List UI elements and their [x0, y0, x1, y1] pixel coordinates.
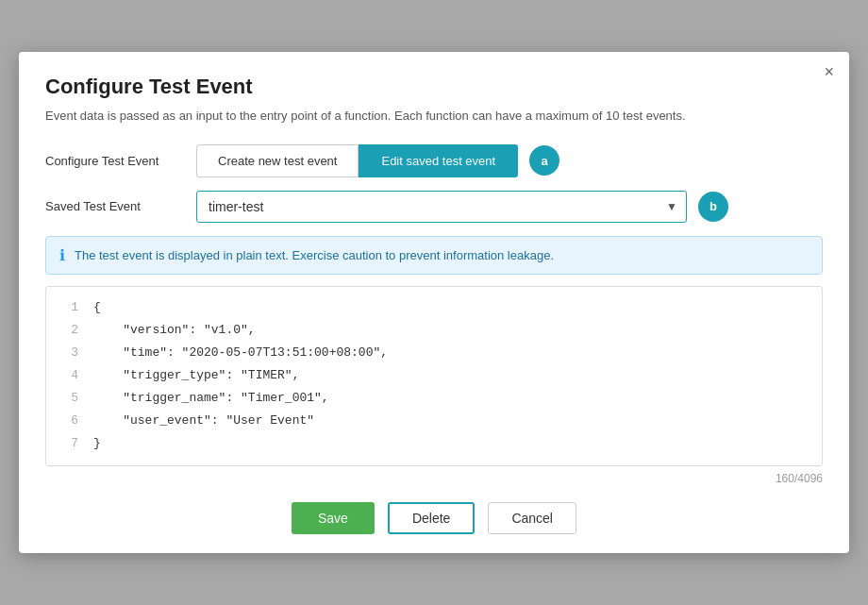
saved-event-select-wrapper: timer-test test-event-1 test-event-2 ▼: [196, 191, 687, 223]
line-number: 5: [56, 388, 78, 409]
info-banner: ℹ The test event is displayed in plain t…: [45, 236, 823, 275]
modal-overlay: × Configure Test Event Event data is pas…: [0, 0, 868, 605]
code-editor[interactable]: 1{2 "version": "v1.0",3 "time": "2020-05…: [45, 286, 823, 466]
char-count: 160/4096: [45, 472, 823, 485]
toggle-group: Create new test event Edit saved test ev…: [196, 144, 518, 177]
saved-event-select[interactable]: timer-test test-event-1 test-event-2: [196, 191, 687, 223]
code-line: 4 "trigger_type": "TIMER",: [46, 364, 822, 387]
line-content: }: [93, 433, 101, 454]
help-b-badge[interactable]: b: [698, 192, 728, 222]
configure-label: Configure Test Event: [45, 154, 196, 168]
modal-title: Configure Test Event: [45, 75, 823, 99]
line-number: 4: [56, 365, 78, 386]
saved-test-event-row: Saved Test Event timer-test test-event-1…: [45, 191, 823, 223]
line-number: 1: [56, 297, 78, 318]
line-content: {: [93, 297, 101, 318]
code-line: 3 "time": "2020-05-07T13:51:00+08:00",: [46, 342, 822, 364]
line-content: "trigger_type": "TIMER",: [93, 365, 299, 386]
line-content: "version": "v1.0",: [93, 320, 256, 341]
line-content: "user_event": "User Event": [93, 411, 314, 431]
modal-description: Event data is passed as an input to the …: [45, 107, 823, 126]
code-line: 5 "trigger_name": "Timer_001",: [46, 387, 822, 410]
code-line: 6 "user_event": "User Event": [46, 410, 822, 432]
line-content: "trigger_name": "Timer_001",: [93, 388, 329, 409]
info-icon: ℹ: [59, 246, 65, 264]
cancel-button[interactable]: Cancel: [488, 502, 576, 534]
help-a-badge[interactable]: a: [529, 145, 559, 176]
footer: Save Delete Cancel: [45, 498, 823, 534]
configure-event-row: Configure Test Event Create new test eve…: [45, 144, 823, 177]
code-line: 2 "version": "v1.0",: [46, 319, 822, 342]
line-number: 2: [56, 320, 78, 341]
info-banner-text: The test event is displayed in plain tex…: [75, 248, 554, 262]
edit-saved-test-event-button[interactable]: Edit saved test event: [359, 144, 518, 177]
create-new-test-event-button[interactable]: Create new test event: [196, 144, 359, 177]
line-number: 6: [56, 411, 78, 431]
configure-test-event-modal: × Configure Test Event Event data is pas…: [19, 52, 849, 552]
line-number: 3: [56, 343, 78, 363]
line-content: "time": "2020-05-07T13:51:00+08:00",: [93, 343, 388, 363]
line-number: 7: [56, 433, 78, 454]
saved-event-label: Saved Test Event: [45, 199, 196, 213]
code-line: 7}: [46, 432, 822, 455]
save-button[interactable]: Save: [292, 502, 375, 534]
delete-button[interactable]: Delete: [388, 502, 475, 534]
close-button[interactable]: ×: [824, 63, 834, 80]
code-line: 1{: [46, 296, 822, 319]
